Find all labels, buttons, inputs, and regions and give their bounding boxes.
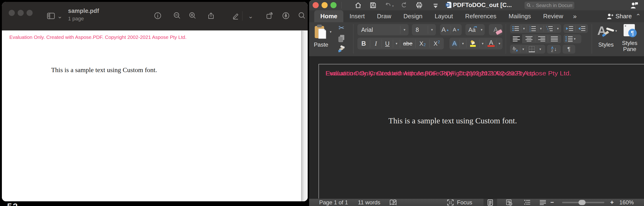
close-button[interactable] — [9, 10, 15, 16]
font-color-dropdown-icon[interactable]: ▾ — [496, 40, 502, 48]
strikethrough-button[interactable]: abe — [400, 40, 416, 48]
search-field[interactable]: ⌄ — [524, 2, 574, 9]
change-case-dropdown-icon[interactable]: ▾ — [478, 28, 485, 32]
print-layout-view-button[interactable] — [484, 199, 497, 206]
word-document-canvas[interactable]: Evaluation Only. Created with Aspose.PDF… — [309, 56, 644, 199]
increase-indent-button[interactable] — [576, 25, 588, 32]
collapse-ribbon-icon[interactable]: ⌃ — [636, 13, 641, 20]
focus-toggle[interactable]: Focus — [457, 199, 472, 206]
align-center-button[interactable] — [523, 36, 535, 42]
bullets-dropdown-icon[interactable]: ▾ — [521, 25, 527, 32]
italic-button[interactable]: I — [370, 40, 382, 48]
page-indicator[interactable]: Page 1 of 1 — [319, 199, 348, 206]
search-scope-chevron-icon[interactable]: ⌄ — [532, 3, 535, 7]
superscript-button[interactable]: X2 — [430, 40, 444, 48]
tab-references[interactable]: References — [459, 10, 502, 22]
font-name-select[interactable]: Arial ▾ — [358, 24, 408, 35]
zoom-in-icon[interactable] — [188, 11, 197, 20]
bullets-button[interactable] — [510, 25, 521, 32]
rotate-icon[interactable] — [265, 11, 274, 20]
spellcheck-icon[interactable] — [390, 200, 397, 206]
print-icon[interactable] — [416, 2, 422, 8]
paste-dropdown-icon[interactable]: ▾ — [330, 30, 332, 34]
change-case-button[interactable]: Aa ▾ — [466, 24, 485, 35]
zoom-level[interactable]: 160% — [619, 199, 634, 206]
redo-icon[interactable] — [400, 2, 407, 8]
zoom-out-icon[interactable] — [172, 11, 182, 20]
styles-pane-button[interactable]: ¶ — [622, 24, 638, 39]
tab-overflow-icon[interactable]: » — [569, 10, 581, 22]
tab-design[interactable]: Design — [397, 10, 428, 22]
align-left-button[interactable] — [510, 34, 523, 43]
highlight-dropdown-icon[interactable]: ▾ — [480, 40, 486, 48]
multilevel-list-button[interactable]: 1ai — [544, 25, 555, 32]
text-effects-dropdown-icon[interactable]: ▾ — [460, 40, 466, 48]
share-icon[interactable] — [206, 11, 216, 20]
styles-button[interactable]: A ▾ — [596, 23, 617, 39]
minimize-button[interactable] — [322, 2, 328, 8]
bold-button[interactable]: B — [358, 40, 370, 48]
font-color-button[interactable]: A — [486, 40, 496, 48]
zoom-window-button[interactable] — [26, 10, 32, 16]
customize-toolbar-icon[interactable] — [432, 3, 439, 9]
web-layout-view-button[interactable] — [502, 199, 516, 206]
tab-mailings[interactable]: Mailings — [502, 10, 537, 22]
markup-icon[interactable] — [231, 11, 240, 20]
borders-button[interactable] — [526, 46, 537, 52]
markup-chevron-icon[interactable]: ⌄ — [248, 13, 253, 19]
draft-view-button[interactable] — [536, 199, 550, 206]
undo-dropdown-icon[interactable]: ▾ — [392, 4, 394, 8]
paste-button[interactable] — [314, 24, 328, 39]
save-icon[interactable] — [370, 2, 376, 8]
sidebar-chevron-icon[interactable]: ⌄ — [57, 13, 62, 19]
numbering-button[interactable]: 123 — [527, 25, 538, 32]
font-name-dropdown-icon[interactable]: ▾ — [400, 26, 408, 34]
cut-button[interactable]: ✂ — [336, 24, 347, 32]
shading-dropdown-icon[interactable]: ▾ — [520, 46, 526, 52]
tab-draw[interactable]: Draw — [371, 10, 397, 22]
shading-button[interactable] — [510, 46, 520, 52]
tab-layout[interactable]: Layout — [428, 10, 459, 22]
zoom-slider-thumb[interactable] — [578, 200, 586, 205]
search-icon[interactable] — [297, 11, 306, 20]
account-presence-icon[interactable] — [630, 1, 638, 9]
tab-review[interactable]: Review — [537, 10, 569, 22]
align-right-button[interactable] — [535, 36, 548, 42]
fill-sign-icon[interactable] — [282, 11, 290, 20]
copy-button[interactable] — [338, 34, 345, 43]
underline-button[interactable]: U — [382, 40, 393, 48]
clear-formatting-button[interactable]: A — [489, 24, 502, 35]
search-input[interactable] — [536, 2, 572, 8]
tab-home[interactable]: Home — [314, 10, 343, 22]
decrease-indent-button[interactable] — [564, 25, 576, 32]
shrink-font-button[interactable]: A▼ — [451, 26, 462, 34]
show-paragraph-marks-button[interactable]: ¶ — [562, 45, 575, 54]
grow-font-button[interactable]: A▲ — [440, 26, 451, 34]
numbering-dropdown-icon[interactable]: ▾ — [538, 25, 544, 32]
close-button[interactable] — [312, 2, 319, 8]
font-size-select[interactable]: 8 ▾ — [412, 24, 436, 35]
subscript-button[interactable]: X2 — [416, 40, 430, 48]
font-size-dropdown-icon[interactable]: ▾ — [428, 26, 436, 34]
home-quick-icon[interactable] — [355, 2, 362, 8]
zoom-window-button[interactable] — [330, 2, 336, 8]
highlight-button[interactable] — [466, 40, 480, 48]
info-icon[interactable] — [153, 11, 162, 20]
zoom-in-button[interactable]: + — [610, 199, 614, 206]
borders-dropdown-icon[interactable]: ▾ — [537, 46, 543, 52]
preview-scrollbar-track[interactable] — [301, 31, 308, 201]
multilevel-dropdown-icon[interactable]: ▾ — [555, 25, 561, 32]
format-painter-button[interactable] — [337, 45, 346, 54]
undo-icon[interactable] — [385, 2, 391, 8]
word-document-page[interactable]: Evaluation Only. Created with Aspose.PDF… — [318, 64, 644, 199]
minimize-button[interactable] — [18, 10, 24, 16]
text-effects-button[interactable]: A — [450, 40, 460, 48]
share-button[interactable]: Share — [607, 10, 632, 22]
sidebar-toggle-icon[interactable] — [46, 11, 56, 20]
underline-dropdown-icon[interactable]: ▾ — [393, 40, 400, 48]
sort-button[interactable]: A Z ↓ — [547, 45, 561, 54]
line-spacing-button[interactable]: ▾ — [564, 34, 581, 43]
justify-button[interactable] — [548, 36, 561, 42]
outline-view-button[interactable] — [520, 199, 534, 206]
tab-insert[interactable]: Insert — [343, 10, 371, 22]
